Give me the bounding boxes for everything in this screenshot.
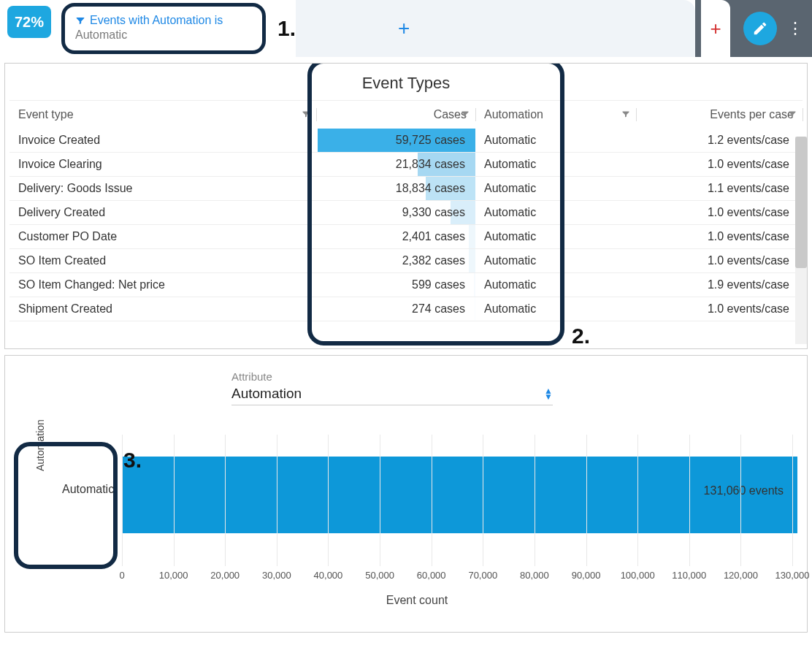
- filter-icon[interactable]: [621, 110, 630, 118]
- table-row[interactable]: SO Item Changed: Net price599 casesAutom…: [9, 273, 803, 297]
- annotation-box-3: [14, 442, 118, 569]
- x-tick: 20,000: [210, 570, 240, 581]
- cell-cases: 2,401 cases: [316, 225, 475, 249]
- percentage-badge[interactable]: 72%: [7, 6, 51, 38]
- cell-automation: Automatic: [475, 201, 636, 225]
- x-tick: 80,000: [520, 570, 549, 581]
- table-row[interactable]: Customer PO Date2,401 casesAutomatic1.0 …: [9, 225, 803, 249]
- add-tab-icon[interactable]: +: [701, 0, 730, 57]
- col-header-event-type[interactable]: Event type: [9, 101, 316, 129]
- cell-events-per-case: 1.0 events/case: [636, 297, 803, 321]
- plot-area: 131,060 events: [122, 435, 792, 566]
- cell-automation: Automatic: [475, 249, 636, 273]
- more-menu-icon[interactable]: ⋮: [784, 19, 806, 38]
- cell-automation: Automatic: [475, 225, 636, 249]
- cell-automation: Automatic: [475, 297, 636, 321]
- cell-events-per-case: 1.0 events/case: [636, 201, 803, 225]
- cell-event-type: Delivery Created: [9, 201, 316, 225]
- cell-event-type: Invoice Created: [9, 129, 316, 153]
- filter-title: Events with Automation is: [90, 14, 223, 27]
- event-types-table: Event type Cases Automation: [9, 100, 803, 321]
- cell-cases: 2,382 cases: [316, 249, 475, 273]
- attribute-label: Attribute: [231, 370, 553, 383]
- cell-event-type: Invoice Clearing: [9, 153, 316, 177]
- x-tick: 110,000: [672, 570, 706, 581]
- toolbar-right: + ⋮: [695, 0, 812, 57]
- topbar: 72% Events with Automation is Automatic …: [0, 0, 812, 57]
- scrollbar-thumb[interactable]: [795, 137, 807, 268]
- col-header-events-per-case[interactable]: Events per case: [636, 101, 803, 129]
- edit-button[interactable]: [743, 12, 777, 45]
- x-tick: 40,000: [314, 570, 343, 581]
- chart-panel: Attribute Automation ▲▼ Automation Autom…: [4, 355, 808, 633]
- x-tick: 120,000: [724, 570, 758, 581]
- x-tick: 100,000: [621, 570, 655, 581]
- cell-event-type: Delivery: Goods Issue: [9, 177, 316, 201]
- table-title: Event Types: [9, 74, 803, 93]
- bar[interactable]: [122, 457, 797, 533]
- table-row[interactable]: Invoice Created59,725 casesAutomatic1.2 …: [9, 129, 803, 153]
- cell-event-type: SO Item Created: [9, 249, 316, 273]
- cell-events-per-case: 1.0 events/case: [636, 225, 803, 249]
- x-tick: 130,000: [775, 570, 810, 581]
- table-row[interactable]: Invoice Clearing21,834 casesAutomatic1.0…: [9, 153, 803, 177]
- col-header-cases[interactable]: Cases: [316, 101, 475, 129]
- x-tick: 90,000: [572, 570, 601, 581]
- table-panel: Event Types Event type Cases Automat: [4, 63, 808, 349]
- x-tick: 70,000: [468, 570, 497, 581]
- x-tick: 50,000: [365, 570, 394, 581]
- cell-events-per-case: 1.9 events/case: [636, 273, 803, 297]
- cell-cases: 599 cases: [316, 273, 475, 297]
- cell-cases: 21,834 cases: [316, 153, 475, 177]
- table-row[interactable]: Delivery Created9,330 casesAutomatic1.0 …: [9, 201, 803, 225]
- cell-events-per-case: 1.0 events/case: [636, 153, 803, 177]
- add-filter-icon[interactable]: +: [398, 17, 410, 40]
- cell-automation: Automatic: [475, 153, 636, 177]
- cell-cases: 18,834 cases: [316, 177, 475, 201]
- annotation-1: 1.: [277, 16, 296, 41]
- cell-cases: 59,725 cases: [316, 129, 475, 153]
- filter-chip[interactable]: Events with Automation is Automatic: [61, 3, 266, 54]
- cell-event-type: SO Item Changed: Net price: [9, 273, 316, 297]
- x-tick: 10,000: [159, 570, 188, 581]
- filter-icon[interactable]: [788, 110, 797, 118]
- dropdown-caret-icon[interactable]: ▲▼: [544, 388, 553, 400]
- bar-value-label: 131,060 events: [704, 484, 784, 497]
- cell-events-per-case: 1.1 events/case: [636, 177, 803, 201]
- x-tick: 0: [119, 570, 124, 581]
- table-row[interactable]: SO Item Created2,382 casesAutomatic1.0 e…: [9, 249, 803, 273]
- annotation-3: 3.: [123, 448, 142, 473]
- cell-automation: Automatic: [475, 177, 636, 201]
- table-row[interactable]: Shipment Created274 casesAutomatic1.0 ev…: [9, 297, 803, 321]
- cell-automation: Automatic: [475, 273, 636, 297]
- attribute-selector[interactable]: Attribute Automation ▲▼: [231, 370, 553, 405]
- cell-events-per-case: 1.0 events/case: [636, 249, 803, 273]
- pencil-icon: [752, 20, 768, 37]
- filter-icon[interactable]: [302, 110, 310, 118]
- annotation-2: 2.: [572, 324, 590, 348]
- filter-icon[interactable]: [461, 110, 470, 118]
- x-tick: 60,000: [417, 570, 446, 581]
- x-axis-ticks: 010,00020,00030,00040,00050,00060,00070,…: [122, 570, 792, 584]
- cell-cases: 9,330 cases: [316, 201, 475, 225]
- cell-cases: 274 cases: [316, 297, 475, 321]
- cell-event-type: Customer PO Date: [9, 225, 316, 249]
- bar-chart: Automation Automatic 131,060 events 010,…: [42, 435, 792, 603]
- cell-automation: Automatic: [475, 129, 636, 153]
- col-header-automation[interactable]: Automation: [475, 101, 636, 129]
- cell-event-type: Shipment Created: [9, 297, 316, 321]
- x-tick: 30,000: [262, 570, 291, 581]
- attribute-value: Automation: [231, 386, 302, 402]
- filter-value: Automatic: [75, 28, 252, 42]
- filter-icon: [75, 15, 85, 26]
- cell-events-per-case: 1.2 events/case: [636, 129, 803, 153]
- table-row[interactable]: Delivery: Goods Issue18,834 casesAutomat…: [9, 177, 803, 201]
- x-axis-title: Event count: [42, 594, 792, 607]
- tab-area: +: [296, 0, 695, 57]
